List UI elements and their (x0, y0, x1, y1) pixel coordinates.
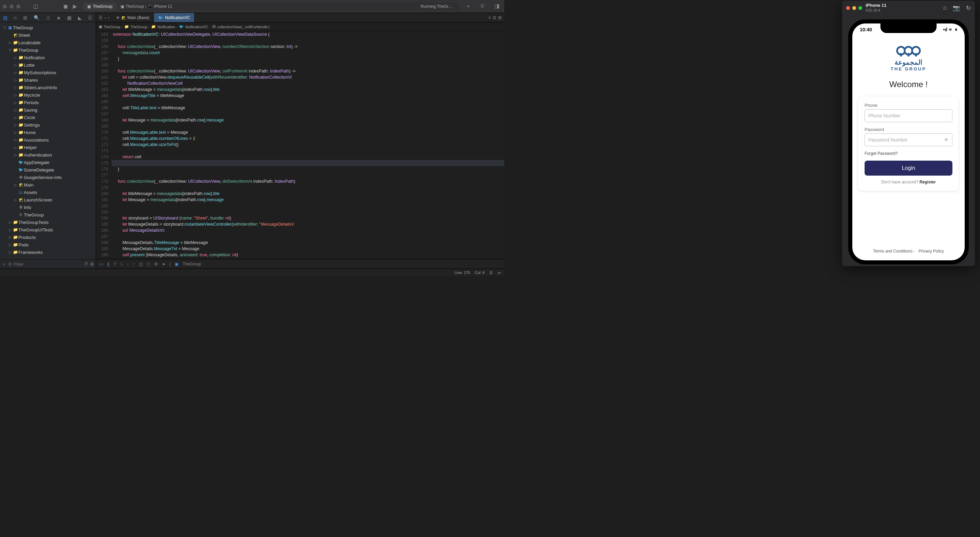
scheme-selector[interactable]: ▣ TheGroup (83, 2, 116, 11)
step-over-icon[interactable]: ⤵ (121, 262, 123, 267)
debug-toggle-icon[interactable]: ▭ (99, 262, 103, 267)
tab-notification-vc[interactable]: 🐦 NotficationVC (154, 13, 194, 22)
jump-icon: ▣ (99, 24, 102, 29)
app-icon: ▣ (87, 4, 91, 9)
run-button[interactable]: ▶ (70, 3, 80, 10)
test-nav-icon[interactable]: ◈ (57, 15, 60, 21)
tree-item[interactable]: 🐦SceneDelegate (0, 166, 96, 173)
source-control-nav-icon[interactable]: ⎌ (14, 15, 17, 21)
tab-label: Main (Base) (127, 15, 150, 20)
debug-nav-icon[interactable]: ▦ (67, 15, 72, 21)
tree-item[interactable]: ▷📁Associations (0, 136, 96, 144)
tree-item[interactable]: ▷📁Home (0, 129, 96, 136)
close-tab-icon[interactable]: ✕ (116, 15, 119, 20)
related-items-icon[interactable]: ☰ (99, 15, 102, 20)
tree-item[interactable]: ▷◩Main (0, 181, 96, 189)
tree-item[interactable]: hTheGroup (0, 211, 96, 218)
code-content[interactable]: extension NotficationVC: UICollectionVie… (112, 31, 504, 259)
status-text: Running TheGr… (420, 4, 453, 9)
tree-item[interactable]: ▷📁Lottie (0, 61, 96, 69)
scm-filter-icon[interactable]: ⊞ (90, 262, 94, 267)
filter-input[interactable] (14, 262, 82, 267)
tree-item[interactable]: ▷📁Localizable (0, 39, 96, 46)
close-window-icon[interactable] (3, 5, 7, 8)
navigator-filter: ＋ ⊙ ⏱ ⊞ (0, 259, 96, 268)
breakpoint-nav-icon[interactable]: ◣ (78, 15, 82, 21)
add-editor-icon[interactable]: ⊞ (498, 15, 501, 20)
jump-icon: Ⓜ (212, 24, 216, 29)
pause-icon[interactable]: ‖ (107, 262, 109, 267)
location-icon[interactable]: ➤ (162, 262, 165, 267)
jump-segment[interactable]: collectionView(_:cellForItemAt:) (217, 25, 270, 29)
tree-item[interactable]: ▷📁Products (0, 234, 96, 241)
jump-segment[interactable]: TheGroup (103, 25, 121, 29)
tree-item[interactable]: ▷📁Pods (0, 241, 96, 248)
tree-item[interactable]: ▷📁Circle (0, 114, 96, 121)
tab-main[interactable]: ✕ ◩ Main (Base) (112, 13, 154, 22)
find-nav-icon[interactable]: 🔍 (34, 15, 40, 21)
minimize-window-icon[interactable] (10, 5, 14, 8)
environment-icon[interactable]: ⚙ (154, 262, 158, 267)
report-nav-icon[interactable]: ☰ (88, 15, 92, 21)
continue-icon[interactable]: ▽ (113, 262, 116, 267)
library-icon[interactable]: ⎚ (478, 3, 487, 10)
device-icon: 📱 (148, 4, 153, 9)
tree-item[interactable]: ◩Sheet (0, 31, 96, 39)
tree-item[interactable]: ▷📁Settings (0, 121, 96, 129)
tree-item[interactable]: ▷📁Periods (0, 99, 96, 106)
inspector-toggle-icon[interactable]: ◨ (492, 3, 501, 10)
tree-item[interactable]: 🐦AppDelegate (0, 159, 96, 166)
minimap-icon[interactable]: ≡ (488, 15, 491, 20)
tree-item[interactable]: ▷📁Saving (0, 106, 96, 114)
stop-button[interactable]: ◼ (60, 3, 70, 10)
jump-segment[interactable]: NotficationVC (185, 25, 208, 29)
tree-item[interactable]: ▷◩LaunchScreen (0, 196, 96, 203)
add-icon[interactable]: ＋ (2, 261, 6, 267)
editor-tab-bar: ☰ ‹ › ✕ ◩ Main (Base) 🐦 NotficationVC ≡ … (96, 13, 504, 22)
jump-segment[interactable]: Notfication (158, 25, 175, 29)
tree-item[interactable]: ▷📁SliderLanuchInfo (0, 84, 96, 91)
step-out-icon[interactable]: ↑ (133, 262, 135, 267)
tree-item[interactable]: ▷📁Mycircle (0, 91, 96, 99)
zoom-window-icon[interactable] (16, 5, 21, 8)
top-toolbar: ◫ ◼ ▶ ▣ TheGroup ▣ TheGroup › 📱 iPhone 1… (0, 0, 504, 13)
back-icon[interactable]: ‹ (105, 15, 106, 20)
scheme-label: TheGroup (126, 4, 144, 9)
tree-item[interactable]: ▷📁Frameworks (0, 248, 96, 256)
jump-segment[interactable]: TheGroup (130, 25, 148, 29)
tree-item[interactable]: ▷📁TheGroupUITests (0, 226, 96, 234)
filter-scope-icon[interactable]: ⊙ (8, 262, 11, 267)
variables-toggle-icon[interactable]: ▭ (498, 270, 501, 275)
step-into-icon[interactable]: ↓ (127, 262, 129, 267)
console-toggle-icon[interactable]: ☰ (489, 270, 493, 275)
project-name: TheGroup (93, 4, 112, 9)
bottom-status-bar: Line: 175 Col: 9 ☰ ▭ (0, 268, 504, 276)
file-tree[interactable]: ▽▣TheGroup◩Sheet▷📁Localizable▽📁TheGroup▷… (0, 22, 96, 259)
recent-icon[interactable]: ⏱ (84, 262, 88, 267)
activity-status: ▣ TheGroup › 📱 iPhone 11 Running TheGr… (121, 2, 459, 11)
tab-label: NotficationVC (165, 15, 190, 20)
tree-item[interactable]: ▷📁Notfication (0, 54, 96, 61)
tree-item[interactable]: ▷📁Helper (0, 144, 96, 151)
tree-item[interactable]: ▽▣TheGroup (0, 24, 96, 31)
sidebar-toggle-icon[interactable]: ◫ (31, 3, 40, 10)
project-nav-icon[interactable]: ▤ (3, 15, 8, 21)
adjust-editor-icon[interactable]: ⊟ (493, 15, 496, 20)
tree-item[interactable]: ▷📁MySubscriptions (0, 69, 96, 76)
plus-icon[interactable]: ＋ (463, 3, 473, 10)
tree-item[interactable]: ⚙GoogleService-Info (0, 173, 96, 181)
tree-item[interactable]: ▷📁Authentication (0, 151, 96, 159)
tree-item[interactable]: 🗂Assets (0, 189, 96, 196)
tree-item[interactable]: ▷📁TheGroupTests (0, 218, 96, 226)
tree-item[interactable]: ⚙Info (0, 203, 96, 211)
forward-icon[interactable]: › (108, 15, 109, 20)
tree-item[interactable]: ▽📁TheGroup (0, 46, 96, 54)
tree-item[interactable]: ▷📁Shares (0, 76, 96, 84)
memory-graph-icon[interactable]: ⬡ (147, 262, 150, 267)
issue-nav-icon[interactable]: ⚠ (46, 15, 50, 21)
symbol-nav-icon[interactable]: ⊞ (23, 15, 27, 21)
source-editor[interactable]: 1541551561571581591601611621631641651661… (96, 31, 504, 259)
jump-bar[interactable]: ▣TheGroup›📁TheGroup›📁Notfication›🐦Notfic… (96, 22, 504, 31)
view-debug-icon[interactable]: ◫ (139, 262, 143, 267)
jump-icon: 📁 (151, 24, 156, 29)
